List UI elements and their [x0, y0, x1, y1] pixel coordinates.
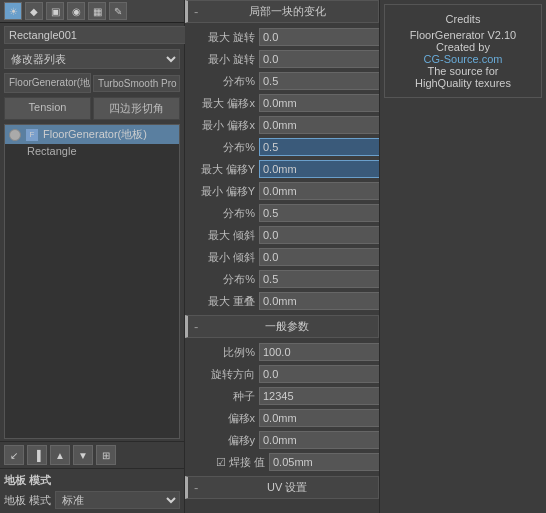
input-spin-seed: ▲▼	[259, 387, 380, 405]
input-spin-max-overlap: ▲▼	[259, 292, 380, 310]
stack-item-label-floorgenerator: FloorGenerator(地板)	[43, 127, 147, 142]
section-dash-uv: -	[194, 480, 198, 495]
top-toolbar: ☀ ◆ ▣ ◉ ▦ ✎	[0, 0, 184, 23]
bt-icon-arrow[interactable]: ↙	[4, 445, 24, 465]
input-spin-dist2: ▲▼	[259, 138, 380, 156]
modifier-list-dropdown[interactable]: 修改器列表	[4, 49, 180, 69]
stack-item-floorgenerator[interactable]: F FloorGenerator(地板)	[5, 125, 179, 144]
bt-icon-grid2[interactable]: ⊞	[96, 445, 116, 465]
input-dist4[interactable]	[259, 270, 380, 288]
input-weld[interactable]	[269, 453, 380, 471]
param-row-min-rotate: 最小 旋转 ▲▼	[189, 49, 375, 69]
input-min-offsetx[interactable]	[259, 116, 380, 134]
section-title-local: 局部一块的变化	[202, 4, 372, 19]
param-row-min-tilt: 最小 倾斜 ▲▼	[189, 247, 375, 267]
input-seed[interactable]	[259, 387, 380, 405]
input-offset-y[interactable]	[259, 431, 380, 449]
bt-icon-pin[interactable]: ▐	[27, 445, 47, 465]
param-row-scale: 比例% ▲▼	[189, 342, 375, 362]
input-spin-min-tilt: ▲▼	[259, 248, 380, 266]
section-dash-local: -	[194, 4, 198, 19]
modifier-stack: F FloorGenerator(地板) Rectangle	[4, 124, 180, 439]
input-spin-max-tilt: ▲▼	[259, 226, 380, 244]
toolbar-icon-shape[interactable]: ◆	[25, 2, 43, 20]
input-min-offsety[interactable]	[259, 182, 380, 200]
toolbar-icon-grid[interactable]: ▣	[46, 2, 64, 20]
bt-icon-up[interactable]: ▲	[50, 445, 70, 465]
object-name-input[interactable]	[4, 26, 188, 44]
floor-mode-select[interactable]: 标准自定义	[55, 491, 180, 509]
param-row-max-rotate: 最大 旋转 ▲▼	[189, 27, 375, 47]
input-min-rotate[interactable]	[259, 50, 380, 68]
credits-version: FloorGenerator V2.10	[393, 29, 533, 41]
param-label-dist3: 分布%	[189, 206, 259, 221]
param-row-dist3: 分布% ▲▼	[189, 203, 375, 223]
toolbar-icon-circle[interactable]: ◉	[67, 2, 85, 20]
section-header-general[interactable]: - 一般参数	[185, 315, 379, 338]
input-dist1[interactable]	[259, 72, 380, 90]
param-label-max-offsety: 最大 偏移Y	[189, 162, 259, 177]
input-max-rotate[interactable]	[259, 28, 380, 46]
param-label-min-rotate: 最小 旋转	[189, 52, 259, 67]
input-spin-max-offsetx: ▲▼	[259, 94, 380, 112]
input-max-tilt[interactable]	[259, 226, 380, 244]
toolbar-icon-sun[interactable]: ☀	[4, 2, 22, 20]
tab-tension[interactable]: Tension	[4, 97, 91, 120]
credits-link[interactable]: CG-Source.com	[393, 53, 533, 65]
param-row-offset-x: 偏移x ▲▼	[189, 408, 375, 428]
param-row-seed: 种子 ▲▼	[189, 386, 375, 406]
input-dist2[interactable]	[259, 138, 380, 156]
stack-modifier-icon: F	[25, 128, 39, 142]
stack-item-rectangle[interactable]: Rectangle	[5, 144, 179, 158]
param-row-dist2: 分布% ▲▼	[189, 137, 375, 157]
param-label-max-overlap: 最大 重叠	[189, 294, 259, 309]
params-grid-section2: 比例% ▲▼ 旋转方向 ▲▼ 种子 ▲▼	[185, 340, 379, 476]
tab-quad-chamfer[interactable]: 四边形切角	[93, 97, 180, 120]
credits-box: Credits FloorGenerator V2.10 Created by …	[384, 4, 542, 98]
floor-mode-section-label: 地板 模式	[4, 473, 180, 488]
credits-line1: The source for	[393, 65, 533, 77]
param-label-seed: 种子	[189, 389, 259, 404]
credits-title: Credits	[393, 13, 533, 25]
floor-mode-section: 地板 模式 地板 模式 标准自定义	[0, 468, 184, 513]
param-row-dist1: 分布% ▲▼	[189, 71, 375, 91]
bottom-toolbar: ↙ ▐ ▲ ▼ ⊞	[0, 441, 184, 468]
input-spin-dist4: ▲▼	[259, 270, 380, 288]
param-row-min-offsetx: 最小 偏移x ▲▼	[189, 115, 375, 135]
param-row-max-offsetx: 最大 偏移x ▲▼	[189, 93, 375, 113]
input-max-overlap[interactable]	[259, 292, 380, 310]
param-label-weld: ☑ 焊接 值	[189, 455, 269, 470]
section-dash-general: -	[194, 319, 198, 334]
param-label-max-offsetx: 最大 偏移x	[189, 96, 259, 111]
input-spin-weld: ▲▼	[269, 453, 380, 471]
input-max-offsetx[interactable]	[259, 94, 380, 112]
left-panel: ☀ ◆ ▣ ◉ ▦ ✎ 修改器列表 FloorGenerator(地 Turbo…	[0, 0, 185, 513]
param-label-min-offsetx: 最小 偏移x	[189, 118, 259, 133]
floor-mode-row: 地板 模式 标准自定义	[4, 491, 180, 509]
input-min-tilt[interactable]	[259, 248, 380, 266]
tabs-row: Tension 四边形切角	[4, 97, 180, 120]
section-header-local[interactable]: - 局部一块的变化	[185, 0, 379, 23]
bt-icon-down[interactable]: ▼	[73, 445, 93, 465]
toolbar-icon-pattern[interactable]: ▦	[88, 2, 106, 20]
input-spin-offset-x: ▲▼	[259, 409, 380, 427]
params-grid-section1: 最大 旋转 ▲▼ 最小 旋转 ▲▼ 分布% ▲▼	[185, 25, 379, 315]
input-offset-x[interactable]	[259, 409, 380, 427]
input-rotate-dir[interactable]	[259, 365, 380, 383]
floor-mode-label-text: 地板 模式	[4, 493, 51, 508]
input-spin-min-offsetx: ▲▼	[259, 116, 380, 134]
input-spin-max-offsety: ▲▼	[259, 160, 380, 178]
param-label-min-tilt: 最小 倾斜	[189, 250, 259, 265]
input-scale[interactable]	[259, 343, 380, 361]
section-header-uv[interactable]: - UV 设置	[185, 476, 379, 499]
mid-panel: - 局部一块的变化 最大 旋转 ▲▼ 最小 旋转 ▲▼	[185, 0, 380, 513]
param-label-scale: 比例%	[189, 345, 259, 360]
param-row-weld: ☑ 焊接 值 ▲▼	[189, 452, 375, 472]
input-max-offsety[interactable]	[259, 160, 380, 178]
toolbar-icon-pen[interactable]: ✎	[109, 2, 127, 20]
param-label-dist2: 分布%	[189, 140, 259, 155]
input-spin-min-rotate: ▲▼	[259, 50, 380, 68]
input-spin-min-offsety: ▲▼	[259, 182, 380, 200]
param-label-max-rotate: 最大 旋转	[189, 30, 259, 45]
input-dist3[interactable]	[259, 204, 380, 222]
